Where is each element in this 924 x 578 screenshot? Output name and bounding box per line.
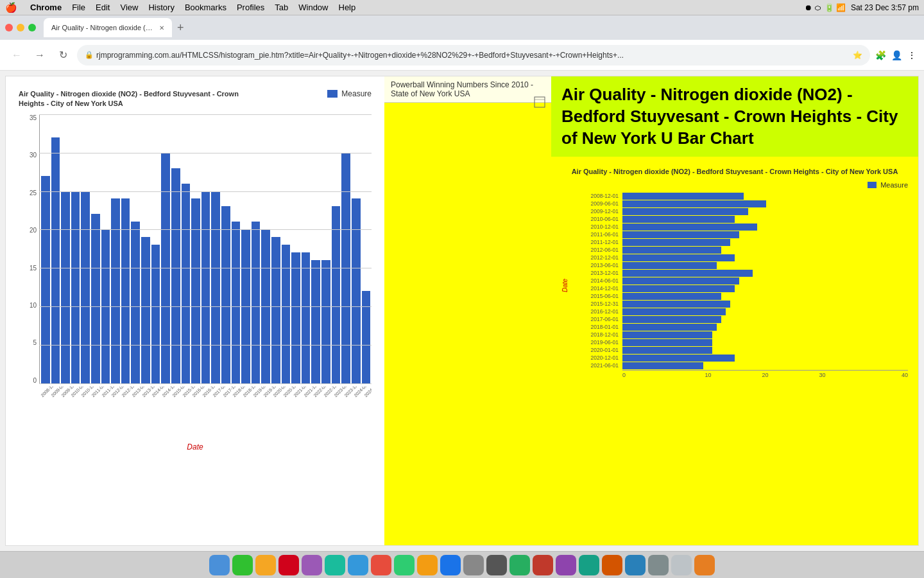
extensions-button[interactable]: 🧩 [875, 50, 886, 60]
dock-icon-app18[interactable] [648, 555, 669, 575]
clock: Sat 23 Dec 3:57 pm [851, 3, 919, 12]
right-content: Air Quality - Nitrogen dioxide (NO2) - B… [551, 76, 918, 545]
profile-button[interactable]: 👤 [891, 50, 902, 60]
dock-icon-app20[interactable] [694, 555, 715, 575]
maximize-button[interactable] [28, 24, 36, 31]
hbar-row-2020-01-01: 2020-01-01 [571, 347, 908, 354]
x-axis-title: Date [187, 442, 203, 451]
bar-2020-06-01 [271, 237, 280, 383]
legend-label: Measure [341, 89, 372, 98]
menu-window[interactable]: Window [298, 3, 328, 12]
hbar-row-2010-12-01: 2010-12-01 [571, 223, 908, 231]
hbar-row-2016-12-01: 2016-12-01 [571, 308, 908, 315]
menu-tab[interactable]: Tab [275, 3, 288, 12]
bar-2016-06-01 [191, 198, 200, 383]
minimize-button[interactable] [17, 24, 24, 31]
menu-profiles[interactable]: Profiles [237, 3, 264, 12]
bar-2011-12-01 [101, 229, 110, 383]
bar-2009-12-01 [61, 191, 70, 383]
left-chart-panel: Air Quality - Nitrogen dioxide (NO2) - B… [6, 76, 384, 545]
svg-rect-0 [535, 97, 545, 107]
dock-icon-app15[interactable] [579, 555, 599, 575]
middle-panel-label: Powerball Winning Numbers Since 2010 - S… [384, 76, 551, 103]
address-bar: ← → ↻ 🔒 rjmprogramming.com.au/HTMLCSS/hi… [0, 40, 924, 71]
bar-2017-12-01 [221, 206, 230, 383]
forward-button[interactable]: → [31, 46, 49, 64]
right-chart-legend: Measure [561, 181, 908, 189]
tab-close-button[interactable]: ✕ [159, 24, 164, 31]
hbar-row-2012-06-01: 2012-06-01 [571, 247, 908, 254]
dock-icon-app10[interactable] [463, 555, 484, 575]
tab-bar: Air Quality - Nitrogen dioxide (N... ✕ + [0, 15, 924, 40]
close-button[interactable] [5, 24, 13, 31]
menu-file[interactable]: File [72, 3, 85, 12]
bar-2019-12-01 [261, 229, 270, 383]
bar-2022-06-01 [311, 260, 320, 383]
dock-icon-finder[interactable] [209, 555, 230, 575]
dock-icon-app14[interactable] [556, 555, 576, 575]
bar-2023-12-01 [341, 153, 350, 383]
bar-2021-12-01 [302, 252, 311, 383]
bars-container [39, 114, 372, 384]
dock-icon-app16[interactable] [602, 555, 622, 575]
bar-2013-12-01 [141, 237, 150, 383]
hbar-row-2014-12-01: 2014-12-01 [571, 285, 908, 292]
bar-2008-12-01 [41, 176, 50, 383]
back-button[interactable]: ← [8, 46, 26, 64]
hbar-row-2009-12-01: 2009-12-01 [571, 208, 908, 215]
bar-2020-12-01 [282, 245, 291, 383]
hbar-rows: 2008-12-012009-06-012009-12-012010-06-01… [571, 193, 908, 378]
dock-icon-app12[interactable] [509, 555, 530, 575]
dock [0, 551, 924, 578]
dock-icon-app19[interactable] [671, 555, 692, 575]
x-axis: 0 10 20 30 40 [622, 370, 908, 378]
dock-icon-app11[interactable] [486, 555, 507, 575]
bar-2024-12-01 [362, 291, 371, 383]
bar-2015-06-01 [171, 168, 180, 383]
hbar-row-2011-06-01: 2011-06-01 [571, 231, 908, 238]
hbar-row-2015-06-01: 2015-06-01 [571, 293, 908, 300]
dock-icon-app1[interactable] [232, 555, 253, 575]
system-icons: ⏺ ⬡ 🔋 📶 [805, 3, 846, 12]
menu-bookmarks[interactable]: Bookmarks [185, 3, 227, 12]
dock-icon-app9[interactable] [417, 555, 438, 575]
hbar-row-2020-12-01: 2020-12-01 [571, 355, 908, 362]
dock-icon-app7[interactable] [371, 555, 391, 575]
dock-icon-app8[interactable] [394, 555, 415, 575]
active-tab[interactable]: Air Quality - Nitrogen dioxide (N... ✕ [44, 18, 172, 37]
new-tab-button[interactable]: + [177, 21, 184, 35]
bar-2023-06-01 [332, 206, 341, 383]
menu-history[interactable]: History [148, 3, 174, 12]
horizontal-bars: 2008-12-012009-06-012009-12-012010-06-01… [571, 193, 908, 369]
content-area: Air Quality - Nitrogen dioxide (NO2) - B… [0, 71, 924, 551]
bar-2019-06-01 [252, 222, 261, 383]
dock-icon-app13[interactable] [533, 555, 553, 575]
menu-button[interactable]: ⋮ [907, 50, 916, 60]
url-text: rjmprogramming.com.au/HTMLCSS/histogram_… [96, 51, 850, 60]
menu-edit[interactable]: Edit [96, 3, 110, 12]
left-chart-legend: Measure [327, 89, 372, 98]
x-axis-labels: 2008-12-012009-06-012009-12-012010-06-01… [39, 387, 372, 438]
middle-panel: Powerball Winning Numbers Since 2010 - S… [384, 76, 551, 545]
menu-chrome[interactable]: Chrome [30, 3, 62, 12]
bar-2021-06-01 [291, 252, 300, 383]
dock-icon-app5[interactable] [325, 555, 345, 575]
dock-icon-app17[interactable] [625, 555, 646, 575]
right-legend-label: Measure [880, 181, 908, 189]
left-chart-area: 0 5 10 15 20 25 30 35 [19, 114, 372, 384]
apple-menu[interactable]: 🍎 [5, 2, 17, 13]
hbar-row-2008-12-01: 2008-12-01 [571, 193, 908, 200]
bar-2009-06-01 [51, 137, 60, 383]
menu-view[interactable]: View [120, 3, 138, 12]
address-input[interactable]: 🔒 rjmprogramming.com.au/HTMLCSS/histogra… [77, 45, 870, 66]
dock-icon-app4[interactable] [302, 555, 322, 575]
hbar-row-2018-12-01: 2018-12-01 [571, 331, 908, 338]
hbar-row-2011-12-01: 2011-12-01 [571, 239, 908, 246]
menu-help[interactable]: Help [339, 3, 356, 12]
right-chart-panel: Air Quality - Nitrogen dioxide (NO2) - B… [551, 157, 918, 545]
dock-icon-app3[interactable] [278, 555, 299, 575]
dock-icon-chrome[interactable] [440, 555, 461, 575]
reload-button[interactable]: ↻ [54, 46, 72, 64]
dock-icon-app2[interactable] [255, 555, 276, 575]
dock-icon-app6[interactable] [348, 555, 368, 575]
